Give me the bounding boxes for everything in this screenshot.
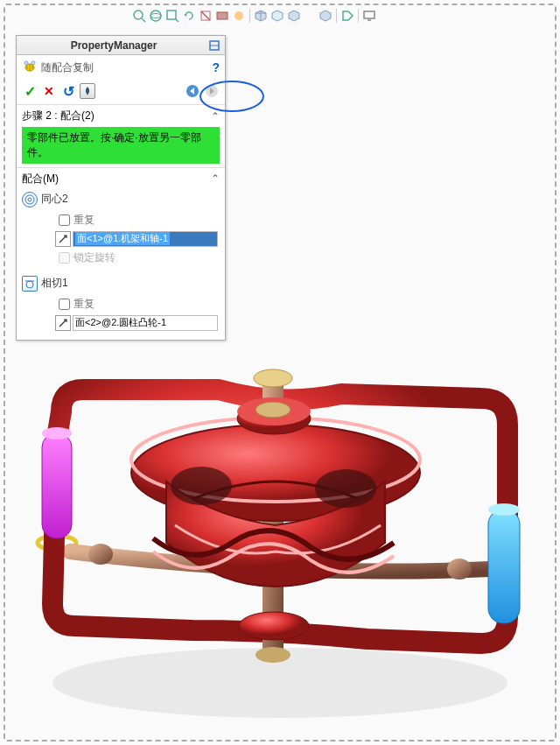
help-icon[interactable]: ?	[212, 60, 220, 74]
tb-cube1-icon[interactable]	[253, 8, 269, 24]
bee-icon	[22, 59, 38, 77]
collapse-chevron-icon[interactable]: ⌃	[211, 172, 220, 185]
step-header[interactable]: 步骤 2 : 配合(2) ⌃	[17, 104, 225, 125]
svg-point-33	[488, 503, 520, 516]
tb-section-icon[interactable]	[198, 8, 214, 24]
panel-title: PropertyManager	[20, 39, 207, 52]
mates-header[interactable]: 配合(M) ⌃	[17, 167, 225, 188]
svg-point-3	[150, 14, 161, 18]
svg-point-18	[24, 61, 28, 65]
mate-label: 同心2	[41, 192, 68, 207]
tb-cube3-icon[interactable]	[286, 8, 302, 24]
pin-button[interactable]	[80, 83, 95, 99]
ok-button[interactable]: ✓	[22, 83, 38, 99]
svg-line-5	[175, 18, 178, 22]
svg-rect-32	[488, 510, 520, 623]
repeat-checkbox[interactable]	[59, 214, 70, 226]
tb-scene-icon[interactable]	[231, 8, 247, 24]
svg-point-29	[447, 559, 472, 580]
svg-point-0	[134, 11, 143, 19]
lock-rotation-checkbox	[59, 252, 70, 264]
svg-rect-4	[167, 11, 176, 19]
status-message: 零部件已放置。按·确定·放置另一零部件。	[22, 127, 220, 164]
svg-point-42	[239, 612, 309, 640]
svg-point-31	[42, 427, 72, 439]
tb-screen-icon[interactable]	[361, 8, 377, 24]
flip-direction-button[interactable]	[55, 231, 71, 247]
svg-point-43	[171, 467, 232, 505]
svg-point-41	[256, 402, 290, 418]
tb-magnify-plus-icon[interactable]	[131, 8, 147, 24]
svg-rect-30	[42, 433, 72, 538]
command-name: 随配合复制	[41, 60, 94, 75]
back-button[interactable]	[185, 83, 200, 99]
svg-rect-8	[217, 12, 228, 19]
3d-model-view[interactable]	[18, 263, 542, 727]
action-buttons-row: ✓ ✕ ↺	[17, 80, 225, 102]
svg-point-23	[28, 198, 32, 201]
repeat-label: 重复	[74, 213, 94, 228]
tb-rotate-icon[interactable]	[181, 8, 197, 24]
tb-display-icon[interactable]	[214, 8, 230, 24]
tb-tag-icon[interactable]	[340, 8, 355, 24]
tb-globe-icon[interactable]	[148, 8, 164, 24]
svg-point-44	[315, 469, 376, 508]
svg-point-22	[25, 195, 34, 204]
svg-line-7	[201, 11, 210, 20]
panel-header: PropertyManager	[17, 36, 225, 55]
forward-button[interactable]	[204, 83, 220, 99]
svg-rect-10	[364, 11, 374, 18]
step-label: 步骤 2 : 配合(2)	[22, 109, 211, 123]
cancel-button[interactable]: ✕	[41, 83, 57, 99]
undo-button[interactable]: ↺	[60, 83, 76, 99]
svg-point-2	[150, 11, 161, 21]
view-toolbar	[0, 0, 560, 30]
panel-subheader: 随配合复制 ?	[17, 55, 225, 80]
repeat-checkbox-row[interactable]: 重复	[17, 211, 225, 229]
svg-point-35	[254, 369, 292, 387]
selection-field[interactable]: 面<1>@1.机架和轴-1	[73, 231, 218, 247]
svg-point-28	[88, 544, 113, 565]
tb-cube4-icon[interactable]	[318, 8, 333, 24]
panel-tack-icon[interactable]	[207, 39, 221, 53]
selection-row: 面<1>@1.机架和轴-1	[17, 229, 225, 249]
concentric-icon	[22, 192, 38, 207]
tb-cube2-icon[interactable]	[270, 8, 285, 24]
tb-zoom-area-icon[interactable]	[164, 8, 180, 24]
svg-point-36	[256, 647, 290, 663]
mate-concentric-row: 同心2	[17, 188, 225, 211]
mates-header-label: 配合(M)	[22, 172, 211, 186]
svg-line-1	[142, 18, 145, 22]
svg-point-9	[234, 11, 243, 20]
svg-point-19	[32, 61, 35, 65]
collapse-chevron-icon[interactable]: ⌃	[211, 110, 220, 123]
